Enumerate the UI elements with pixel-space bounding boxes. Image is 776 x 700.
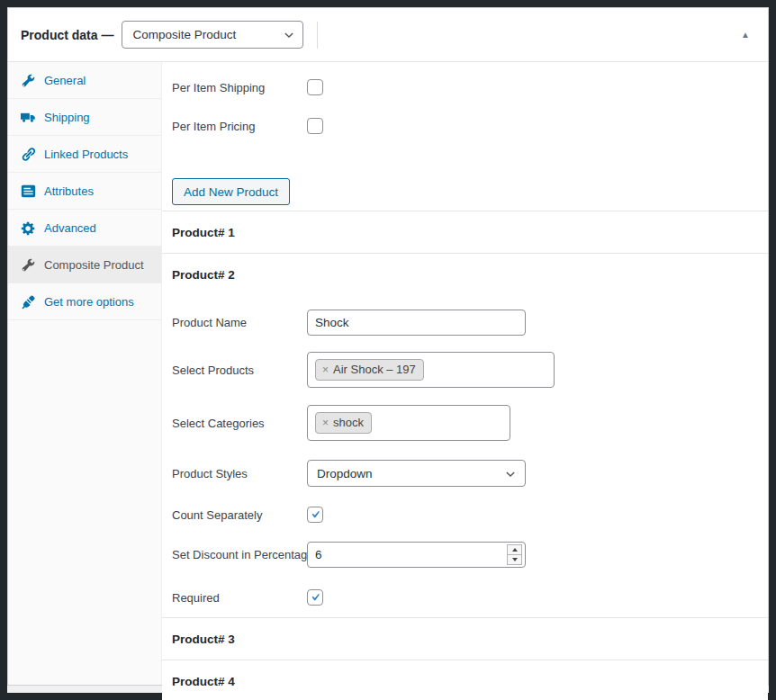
gear-icon <box>21 220 36 236</box>
number-spinner[interactable] <box>507 544 522 565</box>
tab-composite-product[interactable]: Composite Product <box>8 247 161 283</box>
check-icon <box>308 590 322 605</box>
product-styles-label: Product Styles <box>172 467 307 480</box>
discount-label: Set Discount in Percentage <box>172 548 307 561</box>
tab-label: Attributes <box>44 184 94 198</box>
count-separately-row: Count Separately <box>172 507 768 523</box>
tab-label: Advanced <box>44 221 96 235</box>
product-1-section: Product# 1 <box>162 211 768 254</box>
header-separator <box>317 22 318 49</box>
product-2-section: Product# 2 Product Name Select Products <box>162 254 768 618</box>
selected-category-tag: × shock <box>315 412 372 434</box>
selected-product-tag: × Air Shock – 197 <box>315 359 424 381</box>
spinner-up-icon[interactable] <box>508 545 521 555</box>
product-styles-value: Dropdown <box>317 467 373 480</box>
product-styles-select[interactable]: Dropdown <box>307 460 526 487</box>
panel-options: Per Item Shipping Per Item Pricing Add N… <box>162 62 768 211</box>
collapse-toggle-icon[interactable]: ▲ <box>737 27 753 43</box>
per-item-pricing-label: Per Item Pricing <box>172 120 307 133</box>
tag-remove-icon[interactable]: × <box>322 364 329 375</box>
product-type-select[interactable]: Composite Product <box>122 21 303 49</box>
per-item-shipping-checkbox[interactable] <box>307 79 323 95</box>
chevron-down-icon <box>283 29 295 41</box>
product-3-header[interactable]: Product# 3 <box>162 618 768 660</box>
product-name-input[interactable] <box>307 310 526 336</box>
tab-linked-products[interactable]: Linked Products <box>8 136 161 173</box>
required-label: Required <box>172 591 307 605</box>
select-categories-label: Select Categories <box>172 417 307 430</box>
tab-label: Shipping <box>44 111 90 124</box>
per-item-pricing-checkbox[interactable] <box>307 118 323 134</box>
discount-value: 6 <box>315 548 322 561</box>
per-item-shipping-row: Per Item Shipping <box>172 78 768 96</box>
tab-shipping[interactable]: Shipping <box>8 99 161 136</box>
product-data-metabox: Product data — Composite Product ▲ Gener… <box>7 7 769 686</box>
check-icon <box>308 507 322 522</box>
discount-number-input[interactable]: 6 <box>307 542 526 568</box>
product-name-row: Product Name <box>172 310 768 336</box>
product-1-header[interactable]: Product# 1 <box>162 211 768 253</box>
composite-product-panel: Per Item Shipping Per Item Pricing Add N… <box>162 62 768 685</box>
tab-attributes[interactable]: Attributes <box>8 173 161 210</box>
tab-label: Get more options <box>44 295 134 309</box>
metabox-header: Product data — Composite Product ▲ <box>8 8 768 62</box>
required-row: Required <box>172 589 768 606</box>
product-styles-row: Product Styles Dropdown <box>172 460 768 487</box>
product-name-label: Product Name <box>172 316 307 329</box>
discount-row: Set Discount in Percentage 6 <box>172 542 768 568</box>
select-categories-row: Select Categories × shock <box>172 405 768 441</box>
metabox-title: Product data — <box>21 28 113 42</box>
count-separately-checkbox[interactable] <box>307 507 323 523</box>
product-2-header[interactable]: Product# 2 <box>162 254 768 295</box>
per-item-shipping-label: Per Item Shipping <box>172 81 307 94</box>
chevron-down-icon <box>504 468 517 480</box>
tab-label: General <box>44 74 86 87</box>
tag-remove-icon[interactable]: × <box>322 417 329 428</box>
spinner-down-icon[interactable] <box>508 555 521 564</box>
product-type-value: Composite Product <box>132 28 236 41</box>
required-checkbox[interactable] <box>307 589 323 606</box>
product-4-section: Product# 4 <box>162 660 768 700</box>
select-products-label: Select Products <box>172 363 307 377</box>
add-new-product-button[interactable]: Add New Product <box>172 178 290 205</box>
per-item-pricing-row: Per Item Pricing <box>172 117 768 135</box>
select-products-row: Select Products × Air Shock – 197 <box>172 352 768 388</box>
tag-label: Air Shock – 197 <box>333 363 416 376</box>
wrench-icon <box>21 257 36 273</box>
tab-advanced[interactable]: Advanced <box>8 210 161 247</box>
truck-icon <box>21 110 36 125</box>
list-view-icon <box>21 184 36 199</box>
product-data-tabs: General Shipping Linked Products Attribu… <box>8 62 162 685</box>
tag-label: shock <box>333 416 364 429</box>
admin-page-background: Product data — Composite Product ▲ Gener… <box>7 7 769 693</box>
tab-general[interactable]: General <box>8 62 161 99</box>
select-categories-input[interactable]: × shock <box>307 405 510 441</box>
wrench-icon <box>21 73 36 88</box>
count-separately-label: Count Separately <box>172 508 307 522</box>
tab-get-more-options[interactable]: Get more options <box>8 283 161 320</box>
product-4-header[interactable]: Product# 4 <box>162 660 768 700</box>
plug-icon <box>21 294 36 310</box>
product-2-content: Product Name Select Products × Air Shock… <box>162 295 768 617</box>
metabox-body: General Shipping Linked Products Attribu… <box>8 62 768 685</box>
products-accordion: Product# 1 Product# 2 Product Name Selec… <box>162 211 768 700</box>
link-icon <box>21 147 36 162</box>
tab-label: Composite Product <box>44 258 144 272</box>
product-3-section: Product# 3 <box>162 618 768 660</box>
select-products-input[interactable]: × Air Shock – 197 <box>307 352 555 388</box>
tab-label: Linked Products <box>44 148 128 161</box>
